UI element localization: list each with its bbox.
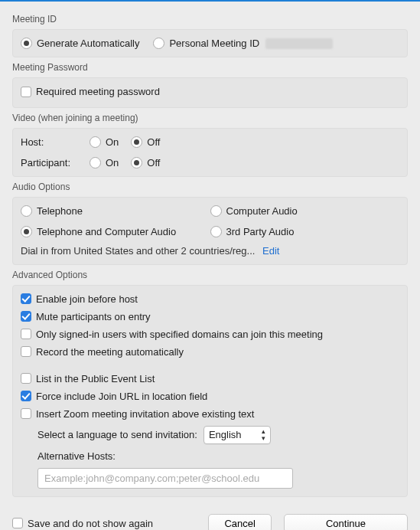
radio-label: Off <box>147 157 160 168</box>
radio-label: 3rd Party Audio <box>226 226 295 237</box>
checkbox-icon <box>21 373 31 384</box>
checkbox-mute-participants-on-entry[interactable]: Mute participants on entry <box>21 311 399 322</box>
radio-dot-icon <box>90 157 101 168</box>
radio-label: Computer Audio <box>226 205 298 217</box>
checkbox-icon <box>21 87 31 97</box>
checkbox-enable-join-before-host[interactable]: Enable join before host <box>21 293 399 305</box>
chevron-updown-icon: ▴▾ <box>262 428 265 442</box>
advanced-panel: Enable join before host Mute participant… <box>12 285 408 497</box>
radio-dot-icon <box>90 136 101 148</box>
radio-telephone-and-computer[interactable]: Telephone and Computer Audio <box>21 226 210 237</box>
radio-dot-icon <box>21 226 32 237</box>
checkbox-only-signed-in[interactable]: Only signed-in users with specified doma… <box>21 329 399 340</box>
checkbox-label: Save and do not show again <box>28 518 153 529</box>
audio-label: Audio Options <box>12 182 408 192</box>
radio-dot-icon <box>131 136 142 148</box>
pmi-value-obscured <box>265 38 333 49</box>
radio-dot-icon <box>153 38 164 49</box>
radio-dot-icon <box>210 226 222 237</box>
footer: Save and do not show again Cancel Contin… <box>0 506 420 531</box>
radio-label: Telephone <box>37 205 83 217</box>
edit-dialin-link[interactable]: Edit <box>262 245 279 257</box>
checkbox-label: Record the meeting automatically <box>36 346 184 358</box>
checkbox-label: Required meeting password <box>36 86 160 97</box>
radio-telephone[interactable]: Telephone <box>21 205 210 217</box>
advanced-label: Advanced Options <box>12 270 408 280</box>
checkbox-label: Enable join before host <box>36 293 138 305</box>
checkbox-icon <box>21 346 31 357</box>
language-select[interactable]: English ▴▾ <box>203 426 271 444</box>
radio-label: Off <box>147 136 160 148</box>
checkbox-icon <box>21 311 31 322</box>
radio-participant-off[interactable]: Off <box>131 157 160 168</box>
radio-label: On <box>106 136 119 148</box>
host-label: Host: <box>21 136 90 148</box>
radio-dot-icon <box>21 205 32 217</box>
radio-host-on[interactable]: On <box>90 136 119 148</box>
checkbox-record-automatically[interactable]: Record the meeting automatically <box>21 346 399 358</box>
checkbox-save-do-not-show[interactable]: Save and do not show again <box>12 518 153 529</box>
language-value: English <box>209 429 242 440</box>
radio-dot-icon <box>210 205 222 217</box>
radio-dot-icon <box>21 38 32 49</box>
radio-generate-automatically[interactable]: Generate Automatically <box>21 38 139 49</box>
radio-label: Generate Automatically <box>37 38 139 49</box>
checkbox-force-join-url[interactable]: Force include Join URL in location field <box>21 391 399 402</box>
audio-panel: Telephone Computer Audio Telephone and C… <box>12 197 408 265</box>
checkbox-icon <box>12 518 23 528</box>
continue-button[interactable]: Continue <box>284 514 408 531</box>
language-label: Select a language to send invitation: <box>37 429 197 440</box>
checkbox-public-event-list[interactable]: List in the Public Event List <box>21 373 399 384</box>
meeting-id-panel: Generate Automatically Personal Meeting … <box>12 29 408 57</box>
checkbox-required-password[interactable]: Required meeting password <box>21 86 160 97</box>
cancel-button[interactable]: Cancel <box>208 514 271 531</box>
checkbox-icon <box>21 391 31 401</box>
meeting-password-label: Meeting Password <box>12 62 408 73</box>
checkbox-insert-invitation[interactable]: Insert Zoom meeting invitation above exi… <box>21 408 399 420</box>
radio-label: Personal Meeting ID <box>169 38 259 49</box>
checkbox-label: Force include Join URL in location field <box>36 391 207 402</box>
video-panel: Host: On Off Participant: On <box>12 128 408 177</box>
checkbox-label: Only signed-in users with specified doma… <box>36 329 323 340</box>
meeting-id-label: Meeting ID <box>12 14 408 25</box>
radio-personal-meeting-id[interactable]: Personal Meeting ID <box>153 38 333 49</box>
radio-dot-icon <box>131 157 142 168</box>
radio-host-off[interactable]: Off <box>131 136 160 148</box>
alt-hosts-input[interactable] <box>37 468 293 489</box>
checkbox-icon <box>21 329 31 339</box>
dialin-text: Dial in from United States and other 2 c… <box>21 245 255 257</box>
video-label: Video (when joining a meeting) <box>12 113 408 123</box>
participant-label: Participant: <box>21 157 90 168</box>
radio-label: Telephone and Computer Audio <box>37 226 176 237</box>
checkbox-label: List in the Public Event List <box>36 373 155 384</box>
radio-label: On <box>106 157 119 168</box>
checkbox-icon <box>21 408 31 419</box>
radio-third-party-audio[interactable]: 3rd Party Audio <box>210 226 400 237</box>
alt-hosts-label: Alternative Hosts: <box>37 450 399 462</box>
checkbox-icon <box>21 293 31 304</box>
meeting-password-panel: Required meeting password <box>12 77 408 108</box>
checkbox-label: Mute participants on entry <box>36 311 151 322</box>
checkbox-label: Insert Zoom meeting invitation above exi… <box>36 408 254 420</box>
radio-participant-on[interactable]: On <box>90 157 119 168</box>
radio-computer-audio[interactable]: Computer Audio <box>210 205 400 217</box>
